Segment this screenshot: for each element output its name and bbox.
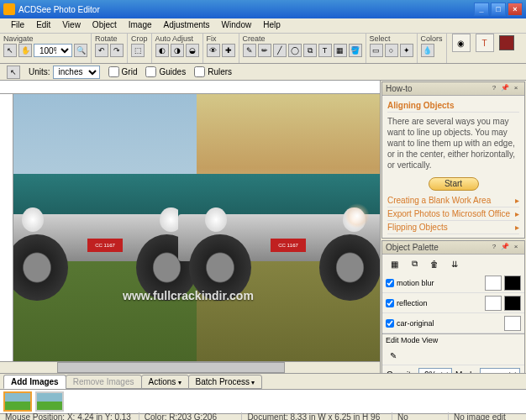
- object-palette-panel: Object Palette ? 📌 × ▦ ⧉ 🗑 ⇊ motion blur…: [381, 240, 525, 373]
- palette-pin-icon[interactable]: 📌: [500, 243, 510, 253]
- opacity-select[interactable]: 0%: [418, 368, 452, 373]
- wand-tool[interactable]: ✦: [400, 44, 413, 57]
- pencil-tool[interactable]: ✏: [258, 44, 271, 57]
- menu-window[interactable]: Window: [216, 18, 258, 33]
- howto-link-1[interactable]: Creating a Blank Work Area: [387, 194, 519, 207]
- grid-checkbox[interactable]: Grid: [108, 66, 138, 77]
- eyedropper-tool[interactable]: 💧: [421, 44, 434, 57]
- canvas[interactable]: CC 1167 CC 1167 www.full: [13, 94, 380, 361]
- line-tool[interactable]: ╱: [273, 44, 287, 57]
- howto-link-2[interactable]: Export Photos to Microsoft Office: [387, 207, 519, 221]
- palette-help-icon[interactable]: ?: [489, 243, 499, 253]
- menu-help[interactable]: Help: [257, 18, 287, 33]
- palette-title: Object Palette: [386, 243, 439, 252]
- brush-tool[interactable]: ✎: [243, 44, 256, 57]
- crop-tool[interactable]: ⬚: [131, 44, 145, 57]
- howto-start-button[interactable]: Start: [429, 177, 479, 191]
- app-icon: [3, 3, 15, 15]
- foreground-color-swatch[interactable]: [499, 35, 514, 50]
- title-bar: ACDSee Photo Editor _ □ ×: [0, 0, 526, 18]
- howto-current-topic[interactable]: Aligning Objects: [387, 99, 519, 113]
- object-mode-button[interactable]: ◉: [452, 34, 471, 52]
- lasso-tool[interactable]: ○: [385, 44, 398, 57]
- layer-name: motion blur: [397, 279, 482, 287]
- status-color: Color: R:203 G:206 B:217: [139, 412, 243, 421]
- close-button[interactable]: ×: [508, 3, 523, 16]
- status-document: Document: 8.33 in W x 6.25 in H 96 ppi: [242, 412, 392, 421]
- group-rotate-label: Rotate: [95, 34, 124, 44]
- vertical-ruler[interactable]: [0, 94, 13, 361]
- rulers-checkbox[interactable]: Rulers: [194, 66, 232, 77]
- side-panel: How-to ? 📌 × Aligning Objects There are …: [380, 81, 526, 373]
- rotate-right-button[interactable]: ↷: [110, 44, 124, 57]
- heal-tool[interactable]: ✚: [222, 44, 235, 57]
- tray-thumbnail-2[interactable]: [35, 391, 64, 412]
- group-colors-label: Colors: [421, 34, 443, 44]
- auto-contrast-button[interactable]: ◑: [171, 44, 184, 57]
- duplicate-layer-icon[interactable]: ⧉: [408, 257, 421, 270]
- status-selection: No Selection: [392, 412, 449, 421]
- merge-layer-icon[interactable]: ⇊: [448, 257, 461, 270]
- marquee-tool[interactable]: ▭: [370, 44, 383, 57]
- howto-link-3[interactable]: Flipping Objects: [387, 221, 519, 234]
- tab-remove-images[interactable]: Remove Images: [66, 375, 142, 389]
- redeye-tool[interactable]: 👁: [207, 44, 220, 57]
- pointer-tool[interactable]: ↖: [3, 44, 17, 57]
- howto-title: How-to: [386, 84, 413, 93]
- new-layer-icon[interactable]: ▦: [387, 257, 401, 270]
- options-bar: ↖ Units: inches Grid Guides Rulers: [0, 64, 526, 81]
- shape-tool[interactable]: ◯: [288, 44, 302, 57]
- guides-checkbox[interactable]: Guides: [145, 66, 186, 77]
- zoom-tool[interactable]: 🔍: [74, 44, 87, 57]
- blendmode-select[interactable]: [480, 368, 520, 373]
- text-tool[interactable]: T: [318, 44, 332, 57]
- menu-bar: File Edit View Object Image Adjustments …: [0, 18, 526, 34]
- rotate-left-button[interactable]: ↶: [95, 44, 108, 57]
- auto-color-button[interactable]: ◒: [186, 44, 199, 57]
- delete-layer-icon[interactable]: 🗑: [428, 257, 441, 270]
- panel-close-icon[interactable]: ×: [511, 84, 521, 94]
- tab-batch-process[interactable]: Batch Process: [188, 375, 263, 389]
- menu-file[interactable]: File: [5, 18, 30, 33]
- menu-image[interactable]: Image: [123, 18, 158, 33]
- gradient-tool[interactable]: ▦: [334, 44, 347, 57]
- group-select-label: Select: [370, 34, 413, 44]
- group-create-label: Create: [243, 34, 362, 44]
- tray-thumbnail-1[interactable]: [3, 391, 32, 412]
- horizontal-ruler[interactable]: [0, 81, 380, 94]
- hand-tool[interactable]: ✋: [18, 44, 32, 57]
- palette-close-icon[interactable]: ×: [511, 243, 521, 253]
- editmode-icon[interactable]: ✎: [387, 349, 400, 362]
- arrow-tool-icon[interactable]: ↖: [7, 66, 20, 79]
- panel-pin-icon[interactable]: 📌: [500, 84, 510, 94]
- menu-adjustments[interactable]: Adjustments: [158, 18, 216, 33]
- layer-visible-checkbox[interactable]: [386, 279, 394, 287]
- tab-add-images[interactable]: Add Images: [3, 375, 66, 389]
- blendmode-label: Mode: [455, 370, 476, 374]
- menu-view[interactable]: View: [56, 18, 87, 33]
- layer-row[interactable]: motion blur: [382, 273, 524, 293]
- minimize-button[interactable]: _: [474, 3, 489, 16]
- maximize-button[interactable]: □: [491, 3, 506, 16]
- units-label: Units: inches: [29, 66, 100, 79]
- auto-levels-button[interactable]: ◐: [155, 44, 169, 57]
- layer-visible-checkbox[interactable]: [386, 319, 394, 328]
- license-plate: CC 1167: [87, 239, 123, 252]
- layer-row[interactable]: car-original: [382, 313, 524, 333]
- fill-tool[interactable]: 🪣: [349, 44, 362, 57]
- tab-actions[interactable]: Actions: [141, 375, 189, 389]
- menu-edit[interactable]: Edit: [30, 18, 56, 33]
- layer-visible-checkbox[interactable]: [386, 299, 394, 307]
- status-bar: Mouse Position: X: 4.24 in Y: 0.13 in Co…: [0, 413, 526, 420]
- units-select[interactable]: inches: [53, 66, 100, 79]
- menu-object[interactable]: Object: [87, 18, 123, 33]
- status-mouse: Mouse Position: X: 4.24 in Y: 0.13 in: [0, 412, 139, 421]
- layer-mask-icon: [504, 296, 521, 311]
- layer-row[interactable]: reflection: [382, 293, 524, 313]
- panel-help-icon[interactable]: ?: [489, 84, 499, 94]
- text-mode-button[interactable]: T: [476, 34, 494, 52]
- zoom-select[interactable]: 100%: [34, 44, 72, 57]
- clone-tool[interactable]: ⧉: [303, 44, 317, 57]
- opacity-label: Opacity: [387, 370, 415, 374]
- horizontal-scrollbar[interactable]: [0, 361, 380, 373]
